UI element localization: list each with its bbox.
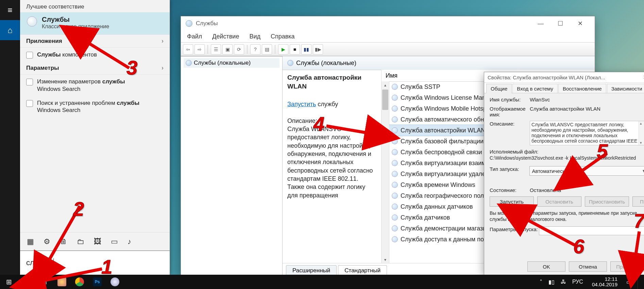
start-service-link[interactable]: Запустить bbox=[287, 101, 316, 108]
annotation-number-7: 7 bbox=[634, 209, 644, 232]
search-icon[interactable]: ⌕ bbox=[18, 275, 35, 289]
description-scrollbar[interactable] bbox=[639, 121, 644, 145]
detail-pane: Служба автонастройки WLAN Запустить служ… bbox=[283, 70, 382, 263]
taskbar-app-chrome[interactable] bbox=[71, 275, 88, 289]
tab-extended[interactable]: Расширенный bbox=[286, 265, 337, 276]
tab-standard[interactable]: Стандартный bbox=[338, 265, 387, 276]
filter-bar: ▦ ⚙ 🗎 🗀 🖼 ▭ ♪ bbox=[20, 232, 170, 251]
cancel-button[interactable]: Отмена bbox=[569, 261, 607, 272]
toolbar-back-button[interactable]: ⇦ bbox=[183, 44, 193, 54]
resume-button[interactable]: Продолжить bbox=[632, 196, 644, 207]
apply-button[interactable]: Применить bbox=[610, 261, 644, 272]
gear-icon bbox=[392, 95, 398, 101]
dialog-tabs: Общие Вход в систему Восстановление Зави… bbox=[484, 83, 644, 93]
start-search-panel: Лучшее соответствие Службы Классическое … bbox=[20, 0, 170, 275]
scroll-up-icon[interactable]: ▴ bbox=[382, 81, 389, 89]
toolbar-forward-button[interactable]: ⇨ bbox=[194, 44, 205, 54]
toolbar-properties-button[interactable]: ▤ bbox=[262, 44, 272, 54]
filter-apps-icon[interactable]: ▦ bbox=[27, 237, 34, 246]
settings-item-2[interactable]: Поиск и устранение проблем службы Window… bbox=[20, 96, 170, 117]
scroll-thumb[interactable] bbox=[382, 90, 388, 110]
apps-section-header[interactable]: Приложения › bbox=[20, 35, 170, 48]
description-box[interactable]: Служба WLANSVC предоставляет логику, нео… bbox=[530, 121, 644, 145]
caret-icon bbox=[53, 258, 54, 267]
annotation-number-1: 1 bbox=[101, 255, 112, 278]
gear-icon bbox=[186, 60, 192, 66]
service-row-name: Служба датчиков bbox=[401, 214, 450, 221]
stop-button[interactable]: Остановить bbox=[537, 196, 581, 207]
toolbar-pause-button[interactable]: ▮▮ bbox=[301, 44, 311, 54]
tab-dependencies[interactable]: Зависимости bbox=[607, 84, 644, 93]
service-row-name: Служба Windows License Manag bbox=[401, 94, 492, 101]
service-row-name: Служба беспроводной связи Blu bbox=[401, 149, 493, 156]
ok-button[interactable]: OK bbox=[527, 261, 565, 272]
gear-icon bbox=[392, 171, 398, 177]
dialog-titlebar[interactable]: Свойства: Служба автонастройки WLAN (Лок… bbox=[484, 72, 644, 83]
toolbar-start-button[interactable]: ▶ bbox=[278, 44, 288, 54]
filter-videos-icon[interactable]: ▭ bbox=[111, 237, 118, 246]
service-row-name: Служба автонастройки WLAN bbox=[401, 127, 485, 134]
toolbar-refresh-button[interactable]: ⟳ bbox=[234, 44, 244, 54]
hamburger-icon[interactable]: ≡ bbox=[0, 0, 20, 20]
titlebar[interactable]: Службы — ☐ ✕ bbox=[181, 16, 595, 31]
close-button[interactable]: ✕ bbox=[570, 16, 590, 31]
tray-battery-icon[interactable]: ▮▯ bbox=[548, 279, 555, 285]
toolbar-showhide-button[interactable]: ☰ bbox=[211, 44, 221, 54]
service-row-name: Служба времени Windows bbox=[401, 181, 475, 189]
tab-logon[interactable]: Вход в систему bbox=[512, 84, 558, 93]
tray-language[interactable]: РУС bbox=[572, 279, 583, 285]
toolbar-export-button[interactable]: ▣ bbox=[222, 44, 233, 54]
toolbar-restart-button[interactable]: ▮▶ bbox=[313, 44, 323, 54]
tray-clock[interactable]: 12:11 04.04.2019 bbox=[589, 276, 620, 288]
services-app-icon bbox=[27, 16, 37, 27]
pause-button[interactable]: Приостановить bbox=[585, 196, 629, 207]
menu-file[interactable]: Файл bbox=[187, 33, 202, 40]
filter-folders-icon[interactable]: 🗀 bbox=[77, 237, 84, 246]
apps-item-component-services[interactable]: Службы компонентов bbox=[20, 48, 170, 62]
toolbar-stop-button[interactable]: ■ bbox=[290, 44, 300, 54]
tab-general[interactable]: Общие bbox=[486, 84, 512, 93]
tree-node-services-local[interactable]: Службы (локальные) bbox=[184, 58, 279, 68]
state-value: Остановлена bbox=[530, 187, 644, 193]
settings-item-1[interactable]: Изменение параметров службы Windows Sear… bbox=[20, 75, 170, 96]
tray-chevron-icon[interactable]: ˄ bbox=[540, 279, 542, 285]
taskbar-app-paint[interactable] bbox=[53, 275, 71, 289]
menu-help[interactable]: Справка bbox=[271, 33, 295, 40]
menu-action[interactable]: Действие bbox=[212, 33, 239, 40]
description-label: Описание: bbox=[287, 117, 317, 124]
gear-icon bbox=[392, 236, 398, 242]
menu-view[interactable]: Вид bbox=[249, 33, 260, 40]
best-match-item[interactable]: Службы Классическое приложение bbox=[20, 12, 170, 35]
service-name-label: Имя службы: bbox=[490, 97, 530, 102]
close-button[interactable]: ✕ bbox=[640, 74, 644, 80]
start-button[interactable]: Запустить bbox=[490, 196, 534, 207]
filter-settings-icon[interactable]: ⚙ bbox=[44, 237, 50, 246]
maximize-button[interactable]: ☐ bbox=[550, 16, 570, 31]
gear-icon bbox=[392, 214, 398, 221]
start-params-input[interactable] bbox=[539, 226, 644, 235]
show-desktop-button[interactable] bbox=[638, 275, 641, 289]
tab-recovery[interactable]: Восстановление bbox=[558, 84, 606, 93]
list-scrollbar[interactable]: ▴ ▾ bbox=[382, 81, 389, 263]
service-name-value: WlanSvc bbox=[530, 97, 644, 102]
service-row-name: Служба доступа к данным поль bbox=[401, 236, 490, 243]
start-button[interactable]: ⊞ bbox=[0, 275, 18, 289]
tray-notifications-icon[interactable]: ▭ bbox=[626, 279, 631, 285]
filter-music-icon[interactable]: ♪ bbox=[128, 237, 131, 246]
gear-icon bbox=[287, 60, 293, 66]
filter-documents-icon[interactable]: 🗎 bbox=[60, 237, 67, 246]
note-text: Вы можете указать параметры запуска, при… bbox=[490, 210, 644, 222]
home-icon[interactable]: ⌂ bbox=[0, 20, 20, 40]
settings-section-header[interactable]: Параметры › bbox=[20, 62, 170, 75]
filter-photos-icon[interactable]: 🖼 bbox=[94, 237, 101, 246]
component-services-icon bbox=[26, 52, 33, 59]
toolbar-help-button[interactable]: ? bbox=[250, 44, 260, 54]
state-label: Состояние: bbox=[490, 187, 530, 193]
start-params-label: Параметры запуска: bbox=[490, 226, 539, 235]
task-view-icon[interactable]: ⧉ bbox=[35, 275, 53, 289]
scroll-down-icon[interactable]: ▾ bbox=[382, 256, 389, 263]
startup-type-select[interactable]: Автоматически ▾ bbox=[529, 166, 644, 176]
minimize-button[interactable]: — bbox=[531, 16, 550, 31]
start-search-input[interactable]: службы bbox=[20, 251, 170, 275]
tray-network-icon[interactable]: 🖧 bbox=[561, 279, 566, 285]
